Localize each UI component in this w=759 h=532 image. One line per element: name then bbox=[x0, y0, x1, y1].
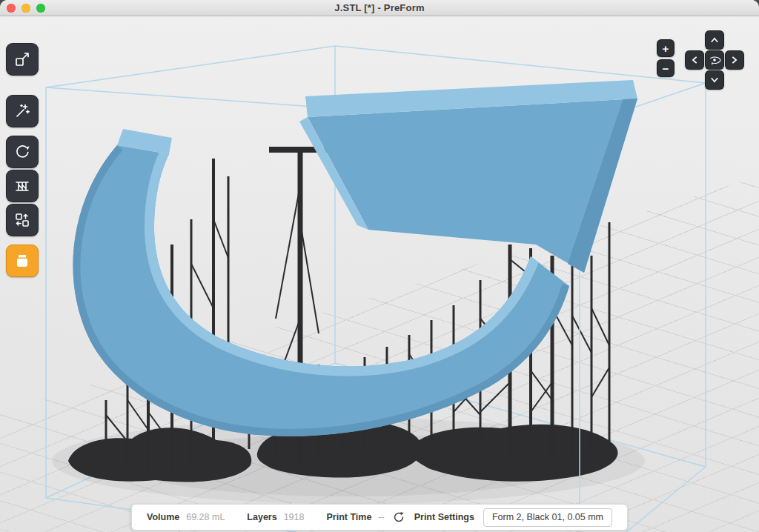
zoom-out-button[interactable]: − bbox=[657, 59, 675, 77]
orbit-icon bbox=[707, 53, 722, 67]
layout-tool-button[interactable] bbox=[6, 204, 39, 236]
traffic-lights bbox=[7, 4, 45, 13]
zoom-window-button[interactable] bbox=[36, 4, 45, 13]
supports-tool-button[interactable] bbox=[6, 170, 39, 202]
print-settings-label: Print Settings bbox=[414, 512, 474, 522]
preform-window: J.STL [*] - PreForm bbox=[0, 0, 759, 532]
rotate-icon bbox=[13, 143, 31, 161]
rotate-view-right-button[interactable] bbox=[725, 50, 744, 70]
chevron-up-icon bbox=[708, 33, 721, 47]
rotate-view-left-button[interactable] bbox=[685, 50, 704, 70]
layers-value: 1918 bbox=[284, 512, 305, 522]
orient-tool-button[interactable] bbox=[6, 136, 39, 168]
scale-tool-button[interactable] bbox=[6, 43, 39, 76]
volume-value: 69.28 mL bbox=[186, 512, 225, 522]
volume-label: Volume bbox=[147, 512, 179, 522]
view-rotation-pad bbox=[685, 30, 744, 90]
3d-viewport[interactable]: + − bbox=[0, 16, 759, 532]
rotate-view-down-button[interactable] bbox=[705, 70, 724, 90]
scale-icon bbox=[13, 50, 31, 68]
title-bar[interactable]: J.STL [*] - PreForm bbox=[0, 0, 759, 16]
print-button[interactable] bbox=[6, 245, 39, 277]
supports-icon bbox=[13, 177, 31, 195]
print-settings-field[interactable]: Form 2, Black 01, 0.05 mm bbox=[483, 508, 612, 527]
chevron-right-icon bbox=[728, 53, 741, 67]
print-time-value: -- bbox=[378, 512, 384, 522]
rotate-view-up-button[interactable] bbox=[705, 30, 724, 50]
close-button[interactable] bbox=[7, 4, 16, 13]
one-click-print-button[interactable] bbox=[6, 95, 39, 127]
magic-wand-icon bbox=[13, 102, 31, 120]
chevron-down-icon bbox=[708, 73, 721, 87]
refresh-print-time-button[interactable] bbox=[392, 511, 405, 524]
zoom-in-button[interactable]: + bbox=[657, 39, 675, 57]
scene bbox=[0, 16, 759, 532]
reset-view-button[interactable] bbox=[705, 50, 724, 70]
chevron-left-icon bbox=[688, 53, 701, 67]
print-cartridge-icon bbox=[13, 252, 31, 270]
refresh-icon bbox=[393, 511, 405, 523]
status-bar: Volume 69.28 mL Layers 1918 Print Time -… bbox=[131, 504, 628, 531]
minimize-button[interactable] bbox=[21, 4, 30, 13]
zoom-controls: + − bbox=[657, 39, 675, 77]
layout-icon bbox=[13, 211, 31, 229]
layers-label: Layers bbox=[247, 512, 276, 522]
window-title: J.STL [*] - PreForm bbox=[334, 2, 424, 13]
print-time-label: Print Time bbox=[326, 512, 371, 522]
